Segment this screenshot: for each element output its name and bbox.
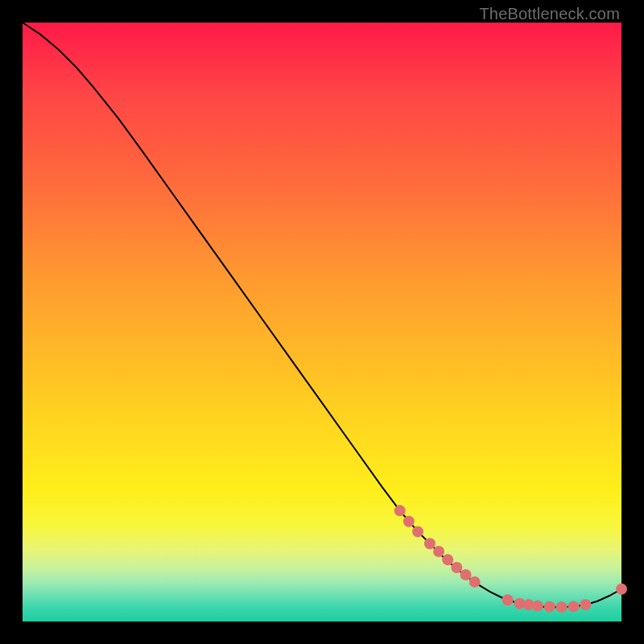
dot-marker [403, 516, 415, 527]
dot-marker [442, 554, 453, 565]
dot-marker [412, 526, 423, 537]
dot-marker [460, 569, 472, 580]
chart-stage: TheBottleneck.com [0, 0, 644, 644]
dot-marker [433, 546, 444, 557]
dot-marker [469, 576, 481, 588]
bottleneck-curve [23, 23, 621, 607]
dot-marker [424, 538, 436, 549]
dot-marker [502, 594, 514, 605]
dot-marker [580, 599, 591, 610]
dot-marker [532, 601, 543, 612]
dot-marker [568, 601, 579, 612]
curve-layer [23, 23, 621, 621]
dot-marker [451, 562, 462, 573]
dot-marker [616, 584, 627, 595]
plot-area [23, 23, 621, 621]
dot-marker [556, 601, 568, 613]
dot-marker [544, 601, 555, 613]
watermark-text: TheBottleneck.com [479, 5, 620, 23]
dot-marker [394, 505, 406, 516]
dot-markers [394, 505, 627, 613]
